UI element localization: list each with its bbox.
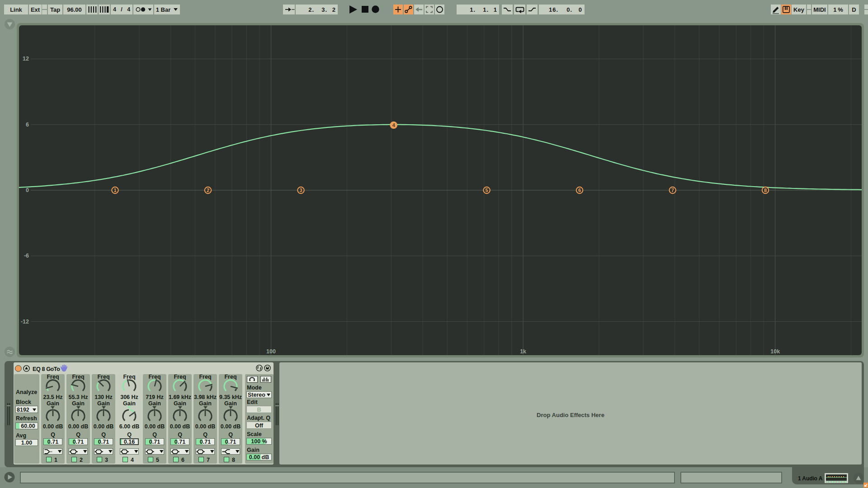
svg-text:1k: 1k [520,348,526,355]
svg-text:6: 6 [26,122,29,128]
svg-text:-12: -12 [21,319,29,325]
svg-text:7: 7 [671,188,674,193]
svg-text:4: 4 [392,122,396,128]
svg-text:6: 6 [578,188,581,193]
svg-text:100: 100 [266,348,276,355]
svg-text:10k: 10k [770,348,780,355]
svg-text:5: 5 [486,188,488,193]
svg-text:0: 0 [26,187,29,193]
svg-text:3: 3 [299,188,302,193]
svg-text:12: 12 [23,56,29,62]
svg-text:2: 2 [207,188,209,193]
svg-text:-6: -6 [24,253,29,259]
svg-text:8: 8 [764,188,767,193]
svg-text:1: 1 [113,188,116,193]
